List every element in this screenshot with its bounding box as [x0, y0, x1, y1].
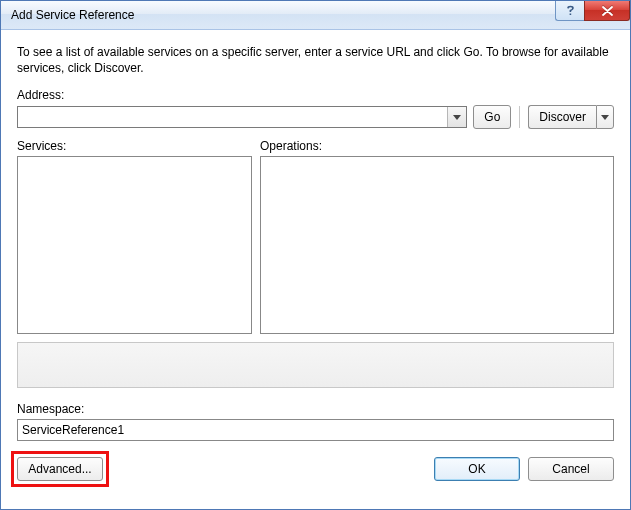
status-area	[17, 342, 614, 388]
services-label: Services:	[17, 139, 252, 153]
chevron-down-icon	[601, 115, 609, 120]
separator	[519, 106, 520, 128]
client-area: To see a list of available services on a…	[1, 30, 630, 509]
help-button[interactable]	[555, 1, 584, 21]
operations-listbox[interactable]	[260, 156, 614, 334]
address-input[interactable]	[18, 107, 447, 127]
services-listbox[interactable]	[17, 156, 252, 334]
button-row: Advanced... OK Cancel	[17, 457, 614, 481]
chevron-down-icon	[453, 115, 461, 120]
discover-button[interactable]: Discover	[528, 105, 596, 129]
address-label: Address:	[17, 88, 614, 102]
address-row: Go Discover	[17, 105, 614, 129]
lists-row: Services: Operations:	[17, 139, 614, 334]
address-combobox[interactable]	[17, 106, 467, 128]
operations-column: Operations:	[260, 139, 614, 334]
services-column: Services:	[17, 139, 252, 334]
operations-label: Operations:	[260, 139, 614, 153]
titlebar: Add Service Reference	[1, 1, 630, 30]
namespace-input[interactable]	[17, 419, 614, 441]
discover-dropdown-button[interactable]	[596, 105, 614, 129]
ok-button[interactable]: OK	[434, 457, 520, 481]
help-icon	[566, 5, 575, 16]
cancel-button[interactable]: Cancel	[528, 457, 614, 481]
address-dropdown-button[interactable]	[447, 107, 466, 127]
close-icon	[602, 6, 613, 16]
instructions-text: To see a list of available services on a…	[17, 44, 614, 76]
window-title: Add Service Reference	[11, 8, 555, 22]
add-service-reference-dialog: Add Service Reference To see a list of a…	[0, 0, 631, 510]
titlebar-controls	[555, 1, 630, 21]
close-button[interactable]	[584, 1, 630, 21]
go-button[interactable]: Go	[473, 105, 511, 129]
namespace-label: Namespace:	[17, 402, 614, 416]
discover-split-button: Discover	[528, 105, 614, 129]
advanced-button[interactable]: Advanced...	[17, 457, 103, 481]
